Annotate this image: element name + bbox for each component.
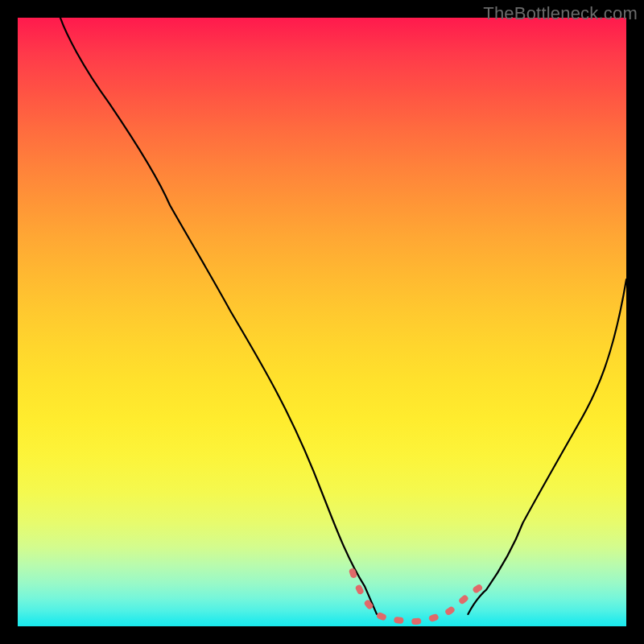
chart-plot-area [18, 18, 626, 626]
left-curve [60, 18, 377, 614]
trough-dashed [353, 572, 486, 621]
chart-frame: TheBottleneck.com [0, 0, 644, 644]
right-curve [468, 279, 626, 614]
chart-svg [18, 18, 626, 626]
watermark-text: TheBottleneck.com [483, 3, 638, 24]
